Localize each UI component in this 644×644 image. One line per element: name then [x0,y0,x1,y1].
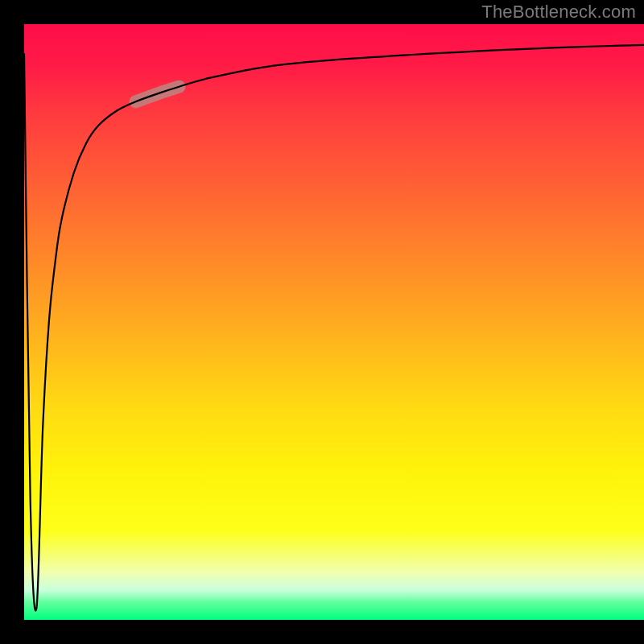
attribution-label: TheBottleneck.com [481,2,636,23]
chart-background-gradient [24,24,644,620]
